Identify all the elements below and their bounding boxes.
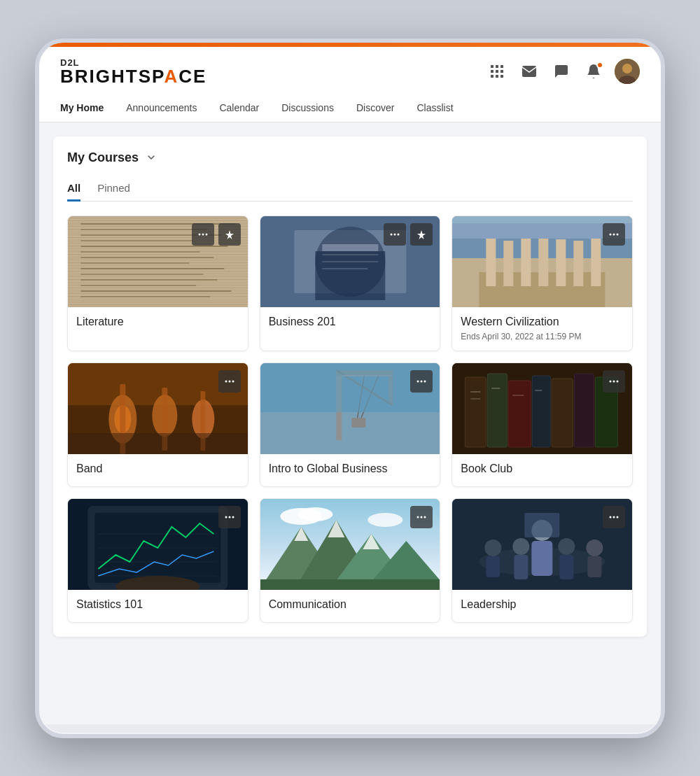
course-card-leadership[interactable]: Leadership bbox=[451, 498, 633, 623]
svg-rect-136 bbox=[560, 555, 574, 579]
course-card-western[interactable]: Western Civilization Ends April 30, 2022… bbox=[451, 216, 633, 352]
more-options-button[interactable] bbox=[218, 506, 241, 528]
header-top: D2L BRIGHTSPACE bbox=[60, 58, 640, 85]
leadership-actions bbox=[603, 506, 625, 528]
svg-rect-17 bbox=[80, 229, 206, 230]
course-subtitle: Ends April 30, 2022 at 11:59 PM bbox=[461, 331, 624, 343]
tab-all[interactable]: All bbox=[67, 176, 80, 202]
chat-icon[interactable] bbox=[550, 60, 573, 83]
svg-point-133 bbox=[513, 538, 530, 555]
svg-rect-96 bbox=[471, 398, 481, 400]
svg-rect-22 bbox=[80, 257, 214, 258]
nav-my-home[interactable]: My Home bbox=[60, 95, 115, 122]
svg-rect-92 bbox=[552, 379, 573, 447]
course-image-communication bbox=[260, 499, 440, 590]
literature-actions bbox=[192, 223, 241, 246]
svg-point-71 bbox=[228, 381, 230, 383]
nav-discussions[interactable]: Discussions bbox=[270, 95, 345, 122]
mail-icon[interactable] bbox=[518, 60, 540, 83]
bell-icon[interactable] bbox=[582, 60, 605, 83]
svg-rect-12 bbox=[68, 216, 248, 307]
user-avatar[interactable] bbox=[615, 59, 640, 84]
svg-rect-3 bbox=[491, 70, 493, 73]
course-card-communication[interactable]: Communication bbox=[260, 498, 441, 623]
course-image-leadership bbox=[452, 499, 632, 590]
band-info: Band bbox=[68, 454, 248, 486]
svg-point-42 bbox=[394, 233, 396, 235]
svg-rect-69 bbox=[68, 433, 248, 454]
svg-rect-25 bbox=[80, 274, 203, 275]
courses-card: My Courses All Pinned bbox=[53, 136, 647, 637]
more-options-button[interactable] bbox=[603, 223, 625, 246]
course-name: Western Civilization bbox=[461, 316, 624, 328]
svg-rect-95 bbox=[471, 391, 481, 393]
nav-discover[interactable]: Discover bbox=[345, 95, 405, 122]
more-options-button[interactable] bbox=[410, 506, 433, 528]
course-tabs: All Pinned bbox=[67, 176, 633, 202]
svg-rect-8 bbox=[500, 75, 503, 78]
communication-info: Communication bbox=[260, 590, 440, 622]
more-options-button[interactable] bbox=[410, 370, 433, 393]
global-info: Intro to Global Business bbox=[260, 454, 440, 486]
header: D2L BRIGHTSPACE bbox=[39, 47, 661, 122]
device-frame: D2L BRIGHTSPACE bbox=[35, 38, 665, 738]
svg-rect-5 bbox=[500, 70, 503, 73]
svg-point-124 bbox=[368, 513, 402, 527]
course-card-band[interactable]: Band bbox=[67, 362, 248, 487]
svg-rect-16 bbox=[80, 223, 234, 225]
svg-rect-6 bbox=[491, 75, 493, 78]
apps-icon[interactable] bbox=[486, 60, 508, 83]
svg-rect-99 bbox=[536, 390, 542, 391]
svg-rect-20 bbox=[80, 246, 227, 247]
more-options-button[interactable] bbox=[192, 223, 214, 246]
courses-dropdown-icon[interactable] bbox=[144, 150, 158, 164]
course-card-statistics[interactable]: Statistics 101 bbox=[67, 498, 248, 623]
nav-calendar[interactable]: Calendar bbox=[208, 95, 270, 122]
tab-pinned[interactable]: Pinned bbox=[97, 176, 130, 202]
bookclub-actions bbox=[603, 370, 625, 393]
svg-rect-91 bbox=[533, 376, 551, 447]
svg-rect-0 bbox=[491, 65, 493, 68]
svg-point-86 bbox=[424, 381, 426, 383]
more-options-button[interactable] bbox=[603, 506, 625, 528]
svg-rect-21 bbox=[80, 251, 200, 253]
course-card-bookclub[interactable]: Book Club bbox=[451, 362, 633, 487]
svg-point-128 bbox=[424, 516, 426, 518]
nav-announcements[interactable]: Announcements bbox=[115, 95, 208, 122]
main-content: My Courses All Pinned bbox=[39, 122, 661, 724]
svg-rect-93 bbox=[575, 374, 594, 447]
svg-point-31 bbox=[202, 233, 204, 235]
course-card-business[interactable]: Business 201 bbox=[260, 216, 441, 352]
more-options-button[interactable] bbox=[603, 370, 625, 393]
more-options-button[interactable] bbox=[218, 370, 241, 393]
brightspace-text: BRIGHTSPACE bbox=[60, 67, 206, 85]
svg-point-43 bbox=[398, 233, 400, 235]
course-card-global[interactable]: Intro to Global Business bbox=[260, 362, 441, 487]
svg-rect-26 bbox=[80, 279, 217, 281]
svg-rect-4 bbox=[496, 70, 498, 73]
western-info: Western Civilization Ends April 30, 2022… bbox=[452, 307, 632, 351]
nav-classlist[interactable]: Classlist bbox=[405, 95, 464, 122]
svg-rect-82 bbox=[351, 418, 365, 428]
svg-point-32 bbox=[205, 233, 207, 235]
notification-badge bbox=[596, 62, 603, 69]
svg-rect-132 bbox=[486, 556, 500, 577]
svg-point-144 bbox=[616, 516, 618, 518]
svg-rect-141 bbox=[525, 513, 560, 537]
svg-point-70 bbox=[225, 381, 227, 383]
pin-button[interactable] bbox=[410, 223, 433, 246]
course-image-bookclub bbox=[452, 363, 632, 454]
course-name: Leadership bbox=[461, 598, 624, 611]
svg-point-126 bbox=[417, 516, 419, 518]
svg-point-102 bbox=[616, 381, 618, 383]
svg-point-142 bbox=[609, 516, 611, 518]
svg-point-85 bbox=[421, 381, 423, 383]
more-options-button[interactable] bbox=[384, 223, 406, 246]
pin-button[interactable] bbox=[218, 223, 241, 246]
svg-point-135 bbox=[559, 538, 575, 555]
svg-rect-19 bbox=[80, 240, 192, 241]
bookclub-info: Book Club bbox=[452, 454, 632, 486]
svg-rect-2 bbox=[500, 65, 503, 68]
svg-rect-7 bbox=[496, 75, 498, 78]
course-card-literature[interactable]: Literature bbox=[67, 216, 248, 352]
